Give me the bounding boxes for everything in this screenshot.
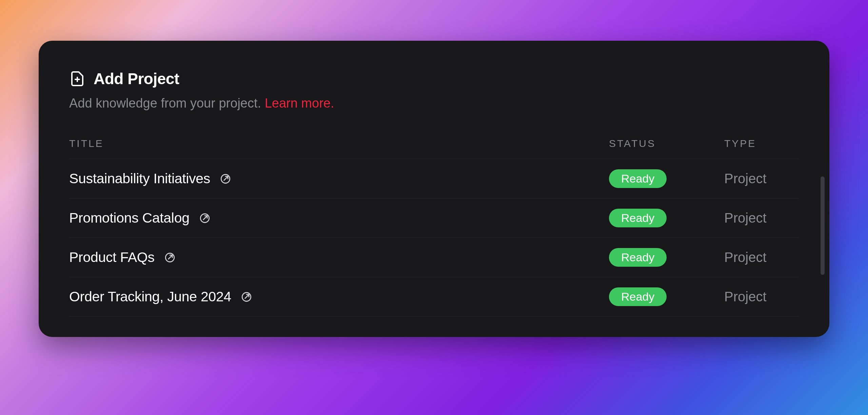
project-title: Promotions Catalog bbox=[69, 210, 190, 226]
project-type: Project bbox=[724, 289, 767, 304]
svg-line-7 bbox=[168, 255, 172, 259]
status-badge: Ready bbox=[609, 248, 667, 267]
external-link-icon[interactable] bbox=[164, 252, 176, 263]
project-title: Product FAQs bbox=[69, 249, 155, 265]
learn-more-link[interactable]: Learn more. bbox=[265, 96, 334, 110]
panel-subtitle: Add knowledge from your project. Learn m… bbox=[69, 96, 799, 111]
column-header-status: STATUS bbox=[609, 138, 724, 149]
panel-header: Add Project Add knowledge from your proj… bbox=[69, 70, 799, 111]
projects-table: TITLE STATUS TYPE Sustainability Initiat… bbox=[69, 129, 799, 317]
status-badge: Ready bbox=[609, 287, 667, 306]
table-row[interactable]: Promotions Catalog Ready Project bbox=[69, 199, 799, 238]
add-document-icon bbox=[69, 71, 85, 87]
table-row[interactable]: Sustainability Initiatives Ready Project bbox=[69, 159, 799, 199]
project-title: Order Tracking, June 2024 bbox=[69, 289, 231, 305]
status-badge: Ready bbox=[609, 169, 667, 188]
external-link-icon[interactable] bbox=[241, 291, 252, 303]
svg-line-5 bbox=[203, 215, 207, 219]
header-title-row: Add Project bbox=[69, 70, 799, 88]
status-badge: Ready bbox=[609, 209, 667, 227]
project-type: Project bbox=[724, 210, 767, 225]
svg-line-3 bbox=[224, 176, 228, 180]
panel-title: Add Project bbox=[94, 70, 179, 88]
column-header-title: TITLE bbox=[69, 138, 609, 149]
project-type: Project bbox=[724, 171, 767, 186]
table-header: TITLE STATUS TYPE bbox=[69, 129, 799, 159]
project-type: Project bbox=[724, 250, 767, 265]
svg-line-9 bbox=[245, 294, 249, 298]
table-row[interactable]: Product FAQs Ready Project bbox=[69, 238, 799, 277]
scrollbar-thumb[interactable] bbox=[821, 176, 825, 275]
external-link-icon[interactable] bbox=[199, 212, 211, 224]
project-title: Sustainability Initiatives bbox=[69, 171, 210, 187]
table-row[interactable]: Order Tracking, June 2024 Ready Project bbox=[69, 277, 799, 317]
subtitle-text: Add knowledge from your project. bbox=[69, 96, 265, 110]
column-header-type: TYPE bbox=[724, 138, 799, 149]
add-project-panel: Add Project Add knowledge from your proj… bbox=[39, 41, 829, 337]
external-link-icon[interactable] bbox=[220, 173, 231, 185]
